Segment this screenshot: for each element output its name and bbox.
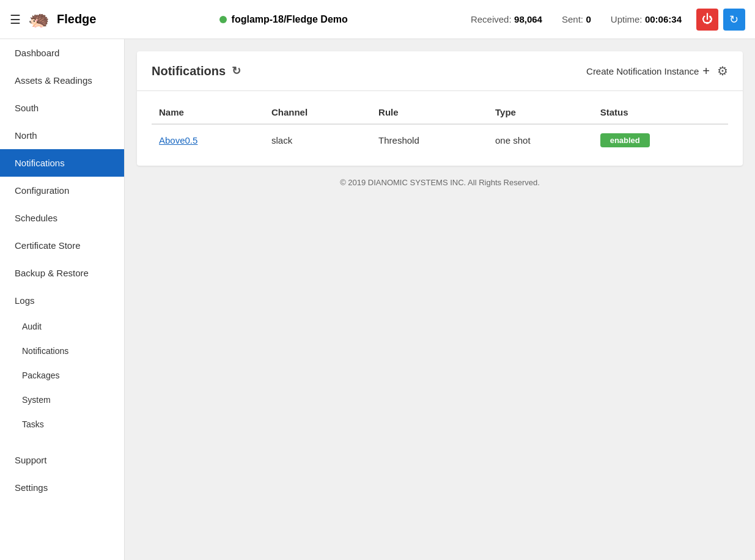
- sidebar: Dashboard Assets & Readings South North …: [0, 39, 125, 560]
- sidebar-item-settings[interactable]: Settings: [0, 474, 124, 501]
- received-label: Received: 98,064: [471, 14, 542, 25]
- row-channel: slack: [264, 124, 371, 156]
- card-title-text: Notifications: [152, 64, 226, 78]
- instance-info: foglamp-18/Fledge Demo: [219, 14, 348, 25]
- header-action-icons: ⏻ ↻: [696, 9, 745, 31]
- main-content: Notifications ↻ Create Notification Inst…: [125, 39, 755, 560]
- sidebar-item-north[interactable]: North: [0, 122, 124, 149]
- sidebar-item-schedules[interactable]: Schedules: [0, 204, 124, 232]
- header-stats: Received: 98,064 Sent: 0 Uptime: 00:06:3…: [471, 14, 682, 25]
- sidebar-item-audit[interactable]: Audit: [0, 314, 124, 339]
- layout: Dashboard Assets & Readings South North …: [0, 39, 755, 560]
- create-notification-button[interactable]: Create Notification Instance +: [586, 64, 710, 78]
- table-row: Above0.5 slack Threshold one shot enable…: [152, 124, 728, 156]
- row-status: enabled: [593, 124, 728, 156]
- col-type: Type: [488, 101, 593, 124]
- notifications-table: Name Channel Rule Type Status Above0.5 s…: [152, 101, 728, 156]
- sidebar-item-logs[interactable]: Logs: [0, 287, 124, 314]
- row-rule: Threshold: [371, 124, 488, 156]
- sidebar-item-certificate-store[interactable]: Certificate Store: [0, 232, 124, 259]
- row-type: one shot: [488, 124, 593, 156]
- app-name: Fledge: [57, 12, 96, 26]
- sidebar-item-configuration[interactable]: Configuration: [0, 177, 124, 204]
- sidebar-item-support[interactable]: Support: [0, 446, 124, 474]
- power-button[interactable]: ⏻: [696, 9, 718, 31]
- col-name: Name: [152, 101, 264, 124]
- notifications-card: Notifications ↻ Create Notification Inst…: [137, 51, 743, 166]
- notifications-table-container: Name Channel Rule Type Status Above0.5 s…: [137, 91, 743, 166]
- header: ☰ 🦔 Fledge foglamp-18/Fledge Demo Receiv…: [0, 0, 755, 39]
- sent-label: Sent: 0: [562, 14, 591, 25]
- refresh-button[interactable]: ↻: [723, 9, 745, 31]
- card-header-actions: Create Notification Instance + ⚙: [586, 64, 728, 78]
- footer: © 2019 DIANOMIC SYSTEMS INC. All Rights …: [137, 166, 743, 199]
- sent-value: 0: [586, 14, 591, 24]
- notifications-settings-button[interactable]: ⚙: [717, 64, 728, 78]
- menu-icon[interactable]: ☰: [10, 12, 21, 27]
- sidebar-item-dashboard[interactable]: Dashboard: [0, 39, 124, 67]
- instance-name: foglamp-18/Fledge Demo: [232, 14, 348, 25]
- col-status: Status: [593, 101, 728, 124]
- card-header: Notifications ↻ Create Notification Inst…: [137, 51, 743, 91]
- create-notification-plus-icon: +: [702, 64, 710, 78]
- header-right: Received: 98,064 Sent: 0 Uptime: 00:06:3…: [471, 9, 745, 31]
- col-rule: Rule: [371, 101, 488, 124]
- table-header-row: Name Channel Rule Type Status: [152, 101, 728, 124]
- header-left: ☰ 🦔 Fledge: [10, 9, 96, 29]
- connection-status-dot: [219, 16, 227, 23]
- sidebar-item-assets-readings[interactable]: Assets & Readings: [0, 67, 124, 94]
- create-notification-label: Create Notification Instance: [586, 66, 699, 76]
- received-value: 98,064: [514, 14, 542, 24]
- card-title: Notifications ↻: [152, 64, 241, 78]
- uptime-label: Uptime: 00:06:34: [611, 14, 682, 25]
- sidebar-item-packages[interactable]: Packages: [0, 363, 124, 388]
- app-logo-icon: 🦔: [28, 9, 50, 29]
- card-refresh-icon[interactable]: ↻: [232, 64, 241, 78]
- uptime-value: 00:06:34: [645, 14, 682, 24]
- sidebar-item-south[interactable]: South: [0, 94, 124, 122]
- row-name[interactable]: Above0.5: [152, 124, 264, 156]
- col-channel: Channel: [264, 101, 371, 124]
- sidebar-item-tasks[interactable]: Tasks: [0, 412, 124, 437]
- sidebar-item-system[interactable]: System: [0, 388, 124, 412]
- sidebar-item-notifications[interactable]: Notifications: [0, 149, 124, 177]
- sidebar-item-notifications-log[interactable]: Notifications: [0, 339, 124, 363]
- sidebar-item-backup-restore[interactable]: Backup & Restore: [0, 259, 124, 287]
